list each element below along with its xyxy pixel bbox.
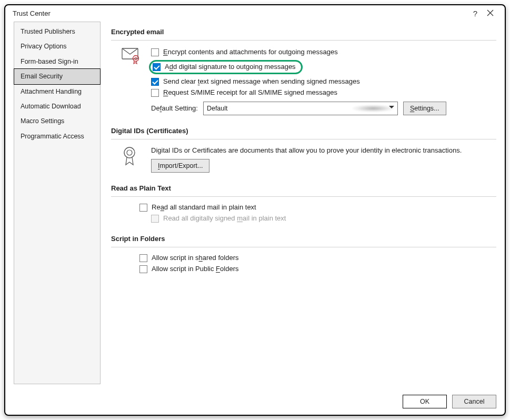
sidebar-item-attachment-handling[interactable]: Attachment Handling: [14, 84, 100, 99]
checkbox-icon: [139, 254, 147, 262]
sidebar-item-label: Trusted Publishers: [21, 28, 75, 35]
certificate-ribbon-icon: [122, 146, 143, 167]
import-export-button[interactable]: Import/Export...: [151, 159, 209, 173]
titlebar: Trust Center ?: [5, 5, 505, 22]
checkbox-add-signature[interactable]: Add digital signature to outgoing messag…: [153, 63, 296, 72]
trust-center-dialog: Trust Center ? Trusted Publishers Privac…: [4, 4, 506, 416]
sidebar-item-label: Programmatic Access: [21, 133, 84, 140]
checkbox-icon: [151, 78, 159, 86]
checkbox-icon: [151, 48, 159, 56]
sidebar-item-label: Automatic Download: [21, 103, 81, 110]
redacted-area: [352, 105, 394, 112]
checkbox-smime-receipt[interactable]: Request S/MIME receipt for all S/MIME si…: [151, 88, 496, 97]
checkbox-label: Read all standard mail in plain text: [152, 203, 256, 212]
checkbox-encrypt-contents[interactable]: Encrypt contents and attachments for out…: [151, 48, 496, 57]
combo-value: Default: [207, 105, 350, 112]
window-title: Trust Center: [13, 9, 468, 17]
ok-button[interactable]: OK: [403, 395, 447, 408]
checkbox-clear-text[interactable]: Send clear text signed message when send…: [151, 77, 496, 86]
checkbox-icon: [151, 89, 159, 97]
close-icon: [487, 9, 494, 16]
divider: [111, 40, 496, 41]
section-heading-plaintext: Read as Plain Text: [111, 184, 496, 192]
checkbox-label: Allow script in shared folders: [152, 254, 238, 263]
checkbox-icon: [139, 204, 147, 212]
sidebar-item-trusted-publishers[interactable]: Trusted Publishers: [14, 24, 100, 39]
checkbox-icon: [139, 265, 147, 273]
digitalids-description: Digital IDs or Certificates are document…: [151, 146, 496, 155]
dialog-footer: OK Cancel: [5, 391, 505, 415]
close-button[interactable]: [483, 9, 497, 17]
cancel-button[interactable]: Cancel: [452, 395, 496, 408]
section-heading-digitalids: Digital IDs (Certificates): [111, 127, 496, 135]
svg-point-6: [127, 150, 132, 155]
checkbox-icon: [153, 63, 161, 71]
sidebar-item-label: Macro Settings: [21, 117, 64, 125]
sidebar-item-label: Privacy Options: [21, 43, 67, 50]
checkbox-icon: [151, 215, 159, 223]
checkbox-label: Read all digitally signed mail in plain …: [163, 214, 286, 223]
envelope-seal-icon: [122, 47, 143, 65]
sidebar-item-macro-settings[interactable]: Macro Settings: [14, 114, 100, 128]
sidebar-item-form-signin[interactable]: Form-based Sign-in: [14, 54, 100, 69]
checkbox-script-public[interactable]: Allow script in Public Folders: [139, 265, 496, 274]
main-panel: Encrypted email: [111, 22, 496, 384]
chevron-down-icon: [389, 106, 394, 108]
settings-button[interactable]: Settings...: [403, 102, 446, 115]
help-button[interactable]: ?: [468, 9, 483, 17]
sidebar-item-automatic-download[interactable]: Automatic Download: [14, 99, 100, 114]
checkbox-script-shared[interactable]: Allow script in shared folders: [139, 254, 496, 263]
divider: [111, 139, 496, 139]
sidebar-item-label: Email Security: [21, 73, 63, 80]
divider: [111, 247, 496, 247]
checkbox-label: Add digital signature to outgoing messag…: [165, 63, 296, 72]
svg-point-5: [124, 147, 135, 158]
sidebar-item-programmatic-access[interactable]: Programmatic Access: [14, 129, 100, 144]
section-heading-script: Script in Folders: [111, 235, 496, 243]
checkbox-label: Send clear text signed message when send…: [163, 77, 360, 86]
divider: [111, 196, 496, 197]
checkbox-read-signed-plain: Read all digitally signed mail in plain …: [139, 214, 496, 223]
sidebar: Trusted Publishers Privacy Options Form-…: [14, 22, 101, 384]
section-heading-encrypted: Encrypted email: [111, 28, 496, 36]
checkbox-label: Request S/MIME receipt for all S/MIME si…: [163, 88, 337, 97]
highlighted-option: Add digital signature to outgoing messag…: [149, 60, 303, 74]
default-setting-combo[interactable]: Default: [203, 102, 398, 115]
checkbox-label: Encrypt contents and attachments for out…: [163, 48, 338, 57]
sidebar-item-privacy-options[interactable]: Privacy Options: [14, 39, 100, 54]
default-setting-label: Default Setting:: [151, 104, 198, 112]
checkbox-label: Allow script in Public Folders: [152, 265, 238, 274]
sidebar-item-label: Attachment Handling: [21, 88, 82, 95]
checkbox-read-all-plain[interactable]: Read all standard mail in plain text: [139, 203, 496, 212]
sidebar-item-email-security[interactable]: Email Security: [14, 68, 101, 84]
sidebar-item-label: Form-based Sign-in: [21, 58, 78, 65]
